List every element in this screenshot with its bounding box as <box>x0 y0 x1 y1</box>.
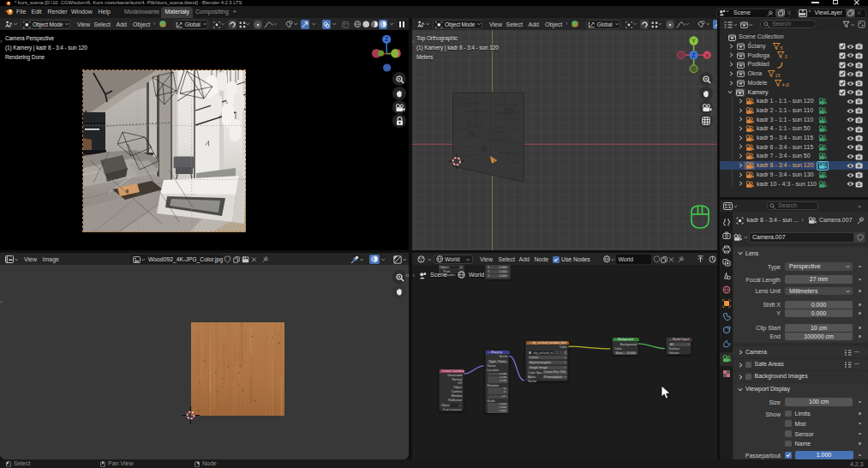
svg-text:Z: Z <box>385 36 388 42</box>
svg-text:X: X <box>705 53 709 58</box>
svg-text:Z: Z <box>692 52 696 58</box>
svg-text:15: 15 <box>775 73 781 78</box>
svg-text:5: 5 <box>781 45 783 51</box>
svg-text:3: 3 <box>785 54 787 59</box>
svg-text:4: 4 <box>782 82 785 87</box>
svg-text:Y: Y <box>691 38 696 44</box>
svg-text:a: a <box>786 81 789 87</box>
